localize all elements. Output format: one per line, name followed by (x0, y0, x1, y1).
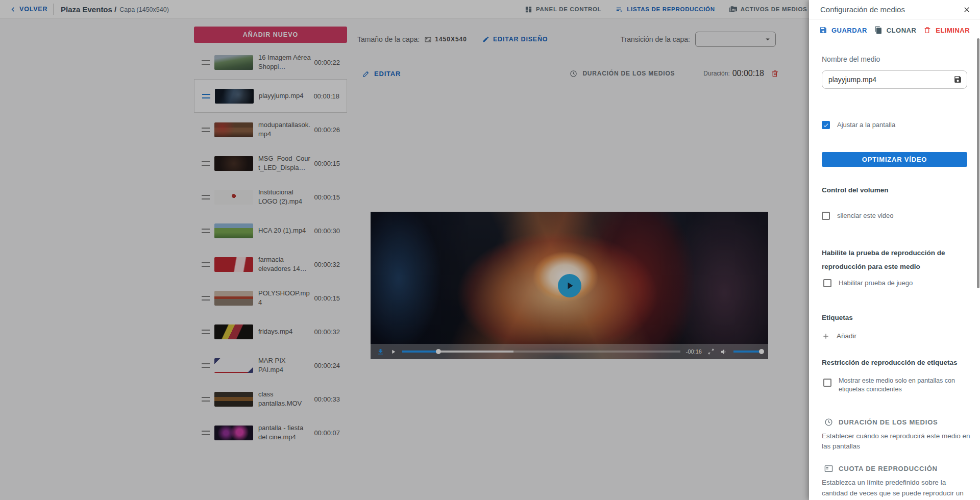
list-item[interactable]: modupantallasok.mp4 00:00:26 (194, 113, 347, 146)
play-icon[interactable] (390, 348, 397, 355)
media-settings-panel: Configuración de medios GUARDAR CLONAR E… (809, 0, 980, 500)
delete-media-icon[interactable] (771, 69, 779, 78)
back-button[interactable]: VOLVER (9, 0, 47, 18)
playlist-sidebar: AÑADIR NUEVO 16 Imagem Aérea Shoppi… 00:… (194, 18, 347, 500)
list-item[interactable]: MAR PIX PAI.mp4 00:00:24 (194, 348, 347, 382)
media-thumbnail (214, 122, 253, 137)
drag-handle-icon[interactable] (202, 363, 210, 368)
list-item[interactable]: POLYSHOOP.mp4 00:00:15 (194, 281, 347, 315)
restriction-checkbox[interactable] (823, 379, 831, 387)
media-thumbnail (214, 392, 253, 407)
progress-bar[interactable] (402, 351, 680, 353)
video-player[interactable]: -00:16 (371, 212, 768, 359)
proof-label: Habilitar prueba de juego (839, 279, 913, 288)
proof-checkbox[interactable] (823, 279, 831, 287)
media-name: MSG_Food_Court_LED_Displa… (258, 154, 311, 172)
drag-handle-icon[interactable] (202, 397, 210, 402)
list-item[interactable]: 16 Imagem Aérea Shoppi… 00:00:22 (194, 45, 347, 79)
progress-buffer (438, 351, 513, 353)
mute-checkbox[interactable] (822, 212, 830, 220)
drag-handle-icon[interactable] (202, 262, 210, 267)
drag-handle-icon[interactable] (202, 94, 210, 98)
save-name-icon[interactable] (953, 75, 962, 84)
nav-item-activos-de-medios[interactable]: ACTIVOS DE MEDIOS (729, 6, 807, 13)
delete-button[interactable]: ELIMINAR (923, 26, 970, 34)
page-subtitle: Capa (1450x540) (119, 5, 169, 13)
panel-scrollbar[interactable] (977, 38, 979, 288)
media-thumbnail (215, 89, 254, 104)
list-item[interactable]: farmacia elevadores 14… 00:00:32 (194, 247, 347, 281)
nav-item-panel-de-control[interactable]: PANEL DE CONTROL (525, 6, 601, 13)
media-thumbnail (214, 190, 253, 205)
media-duration: 00:00:15 (314, 160, 340, 167)
nav-item-listas-de-reproduccion[interactable]: LISTAS DE REPRODUCCIÓN (616, 6, 715, 13)
tags-section-title: Etiquetas (822, 311, 976, 324)
quota-section-desc: Establezca un límite predefinido sobre l… (822, 478, 973, 500)
drag-handle-icon[interactable] (202, 330, 210, 334)
plus-icon (822, 332, 830, 340)
back-chevron-icon (9, 6, 17, 13)
drag-handle-icon[interactable] (202, 229, 210, 233)
clock-icon (570, 70, 577, 78)
duration-value: 00:00:18 (732, 69, 764, 78)
list-item[interactable]: HCA 20 (1).mp4 00:00:30 (194, 214, 347, 247)
fit-to-screen-row: Ajustar a la pantalla (822, 120, 967, 130)
expand-icon[interactable] (707, 348, 715, 355)
list-item[interactable]: fridays.mp4 00:00:32 (194, 315, 347, 348)
player-controls: -00:16 (371, 344, 768, 359)
add-tag-button[interactable]: Añadir (822, 332, 967, 340)
drag-handle-icon[interactable] (202, 296, 210, 301)
play-button[interactable] (558, 274, 581, 297)
panel-header: Configuración de medios (809, 0, 980, 19)
drag-handle-icon[interactable] (202, 60, 210, 65)
clone-button[interactable]: CLONAR (874, 26, 917, 34)
media-duration: 00:00:32 (314, 328, 340, 336)
media-name: fridays.mp4 (258, 327, 311, 336)
dashboard-icon (525, 6, 532, 13)
drag-handle-icon[interactable] (202, 195, 210, 199)
media-duration-header: DURACIÓN DE LOS MEDIOS (570, 70, 675, 78)
media-duration: 00:00:30 (314, 227, 340, 235)
drag-handle-icon[interactable] (202, 431, 210, 435)
progress-thumb[interactable] (436, 349, 441, 354)
volume-thumb[interactable] (759, 349, 764, 354)
nav-label: ACTIVOS DE MEDIOS (741, 6, 807, 12)
list-item-selected[interactable]: playyjump.mp4 00:00:18 (194, 79, 347, 113)
save-button[interactable]: GUARDAR (819, 26, 867, 34)
download-icon[interactable] (377, 348, 384, 356)
mute-label: silenciar este video (837, 211, 894, 220)
media-name-label: Nombre del medio (822, 55, 967, 63)
quota-section-label: CUOTA DE REPRODUCCIÓN (839, 465, 938, 472)
optimize-video-button[interactable]: OPTIMIZAR VÍDEO (822, 152, 967, 167)
volume-slider[interactable] (733, 351, 762, 353)
drag-handle-icon[interactable] (202, 128, 210, 132)
media-name: 16 Imagem Aérea Shoppi… (258, 53, 311, 71)
media-name: farmacia elevadores 14… (258, 255, 311, 273)
media-name-input[interactable] (822, 70, 967, 89)
edit-media-button[interactable]: EDITAR (362, 70, 401, 78)
media-duration: 00:00:24 (314, 362, 340, 369)
drag-handle-icon[interactable] (202, 161, 210, 166)
media-name: modupantallasok.mp4 (258, 120, 311, 138)
caret-down-icon (763, 35, 772, 44)
media-name-field (822, 70, 967, 89)
pencil-icon (482, 36, 489, 43)
delete-label: ELIMINAR (936, 27, 970, 34)
edit-design-button[interactable]: EDITAR DISEÑO (482, 36, 548, 43)
add-new-button[interactable]: AÑADIR NUEVO (194, 27, 347, 43)
list-item[interactable]: pantalla - fiesta del cine.mp4 00:00:07 (194, 416, 347, 449)
list-item[interactable]: class pantallas.MOV 00:00:33 (194, 382, 347, 416)
media-duration: 00:00:26 (314, 126, 340, 134)
media-name: pantalla - fiesta del cine.mp4 (258, 423, 311, 441)
close-icon[interactable] (961, 4, 973, 16)
layer-transition-select[interactable] (695, 32, 776, 47)
list-item[interactable]: MSG_Food_Court_LED_Displa… 00:00:15 (194, 146, 347, 180)
nav-label: LISTAS DE REPRODUCCIÓN (627, 6, 715, 12)
resize-icon (425, 36, 431, 43)
volume-icon[interactable] (720, 348, 728, 356)
layer-size-value: 1450X540 (435, 36, 467, 43)
fit-to-screen-checkbox[interactable] (822, 121, 830, 129)
list-item[interactable]: Institucional LOGO (2).mp4 00:00:15 (194, 180, 347, 214)
layer-size-label: Tamaño de la capa: (357, 35, 420, 43)
media-duration: 00:00:15 (314, 294, 340, 302)
